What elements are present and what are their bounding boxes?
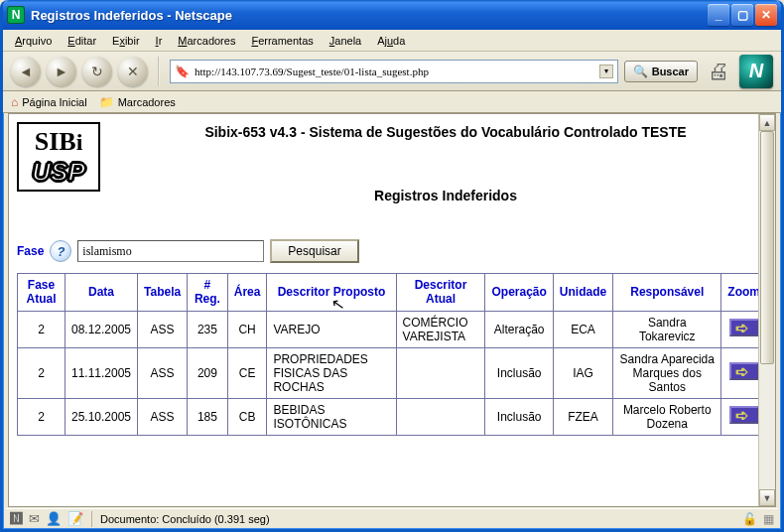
scroll-up-button[interactable]: ▲ [759, 114, 775, 131]
home-label: Página Inicial [22, 96, 86, 108]
window-title: Registros Indeferidos - Netscape [31, 8, 708, 23]
toolbar: ◄ ► ↻ ✕ 🔖 ▾ 🔍 Buscar 🖨 N [3, 52, 781, 91]
status-composer-icon[interactable]: 📝 [67, 511, 83, 526]
status-netscape-icon[interactable]: 🅽 [10, 511, 23, 526]
cell-operacao: Inclusão [485, 398, 553, 435]
status-im-icon[interactable]: 👤 [46, 511, 62, 526]
cell-tabela: ASS [138, 398, 188, 435]
page-subtitle: Registros Indeferidos [124, 188, 767, 203]
cell-tabela: ASS [138, 311, 188, 347]
results-table: Fase Atual Data Tabela # Reg. Área Descr… [17, 273, 767, 436]
cell-reg: 235 [188, 311, 228, 347]
url-dropdown[interactable]: ▾ [599, 65, 613, 78]
fase-label: Fase [17, 244, 44, 258]
minimize-button[interactable]: _ [708, 4, 729, 26]
zoom-button[interactable] [729, 362, 759, 380]
menu-marcadores[interactable]: Marcadores [172, 34, 241, 48]
sibi-logo: SIBi USP [17, 122, 100, 192]
bookmarks-label: Marcadores [118, 96, 176, 108]
zoom-button[interactable] [729, 319, 759, 336]
maximize-button[interactable]: ▢ [731, 4, 753, 26]
print-icon[interactable]: 🖨 [708, 59, 729, 84]
cell-responsavel: Sandra Aparecida Marques dos Santos [613, 347, 721, 398]
cell-unidade: IAG [553, 347, 612, 398]
help-icon[interactable]: ? [50, 240, 71, 262]
th-proposto[interactable]: Descritor Proposto [267, 274, 396, 312]
th-atual[interactable]: Descritor Atual [396, 274, 485, 312]
home-bookmark[interactable]: ⌂ Página Inicial [11, 95, 87, 109]
search-icon: 🔍 [633, 65, 648, 78]
url-input[interactable] [193, 65, 595, 78]
status-mail-icon[interactable]: ✉ [29, 511, 40, 526]
menu-janela[interactable]: Janela [324, 34, 367, 48]
cell-fase: 2 [18, 311, 65, 347]
bookmarks-bar: ⌂ Página Inicial 📁 Marcadores [3, 91, 781, 113]
cell-tabela: ASS [138, 347, 188, 398]
cell-area: CE [227, 347, 267, 398]
cell-data: 08.12.2005 [65, 311, 137, 347]
status-security-icon[interactable]: 🔓 [742, 512, 757, 526]
table-row: 211.11.2005ASS209CEPROPRIEDADES FISICAS … [18, 347, 767, 398]
cell-atual [396, 347, 485, 398]
cell-area: CB [227, 398, 267, 435]
cell-responsavel: Marcelo Roberto Dozena [613, 398, 721, 435]
cell-unidade: ECA [553, 311, 612, 347]
cell-proposto: VAREJO [267, 311, 396, 347]
cell-atual: COMÉRCIO VAREJISTA [396, 311, 485, 347]
folder-icon: 📁 [99, 95, 114, 109]
back-button[interactable]: ◄ [11, 57, 41, 86]
netscape-icon: N [7, 6, 25, 24]
cell-data: 25.10.2005 [65, 398, 137, 435]
status-cookie-icon[interactable]: ▦ [763, 512, 774, 526]
cell-reg: 185 [188, 398, 228, 435]
cell-proposto: BEBIDAS ISOTÔNICAS [267, 398, 396, 435]
cell-unidade: FZEA [553, 398, 612, 435]
close-button[interactable]: ✕ [755, 4, 777, 26]
th-data[interactable]: Data [65, 274, 137, 312]
system-title: Sibix-653 v4.3 - Sistema de Sugestões do… [124, 124, 767, 140]
cell-responsavel: Sandra Tokarevicz [613, 311, 721, 347]
th-area[interactable]: Área [227, 274, 267, 312]
search-button[interactable]: 🔍 Buscar [624, 61, 698, 82]
pesquisar-button[interactable]: Pesquisar [270, 239, 358, 263]
scroll-thumb[interactable] [760, 131, 774, 364]
forward-button[interactable]: ► [47, 57, 76, 86]
netscape-logo: N [739, 55, 773, 88]
menu-editar[interactable]: Editar [62, 34, 102, 48]
menu-ajuda[interactable]: Ajuda [371, 34, 411, 48]
url-bar[interactable]: 🔖 ▾ [170, 60, 618, 83]
cell-proposto: PROPRIEDADES FISICAS DAS ROCHAS [267, 347, 396, 398]
cell-operacao: Alteração [485, 311, 553, 347]
th-fase[interactable]: Fase Atual [18, 274, 65, 312]
stop-button[interactable]: ✕ [118, 57, 148, 86]
cell-reg: 209 [188, 347, 228, 398]
th-responsavel[interactable]: Responsável [613, 274, 721, 312]
cell-atual [396, 398, 485, 435]
home-icon: ⌂ [11, 95, 18, 109]
menu-exibir[interactable]: Exibir [106, 34, 146, 48]
cell-data: 11.11.2005 [65, 347, 137, 398]
menu-arquivo[interactable]: Arquivo [9, 34, 58, 48]
cell-fase: 2 [18, 398, 65, 435]
page-icon: 🔖 [175, 65, 189, 78]
zoom-button[interactable] [729, 406, 759, 424]
th-tabela[interactable]: Tabela [138, 274, 188, 312]
menu-ir[interactable]: Ir [150, 34, 169, 48]
vertical-scrollbar[interactable]: ▲ ▼ [758, 114, 775, 506]
bookmarks-folder[interactable]: 📁 Marcadores [99, 95, 176, 109]
cell-fase: 2 [18, 347, 65, 398]
cell-operacao: Inclusão [485, 347, 553, 398]
table-row: 225.10.2005ASS185CBBEBIDAS ISOTÔNICASInc… [18, 398, 767, 435]
th-reg[interactable]: # Reg. [188, 274, 228, 312]
menu-ferramentas[interactable]: Ferramentas [245, 34, 319, 48]
th-unidade[interactable]: Unidade [553, 274, 612, 312]
cell-area: CH [227, 311, 267, 347]
fase-search-input[interactable] [77, 240, 264, 262]
scroll-down-button[interactable]: ▼ [759, 489, 775, 506]
menu-bar: Arquivo Editar Exibir Ir Marcadores Ferr… [3, 30, 781, 52]
th-operacao[interactable]: Operação [485, 274, 553, 312]
status-bar: 🅽 ✉ 👤 📝 Documento: Concluído (0.391 seg)… [6, 508, 778, 528]
search-button-label: Buscar [652, 66, 689, 77]
reload-button[interactable]: ↻ [82, 57, 112, 86]
status-text: Documento: Concluído (0.391 seg) [100, 513, 734, 525]
